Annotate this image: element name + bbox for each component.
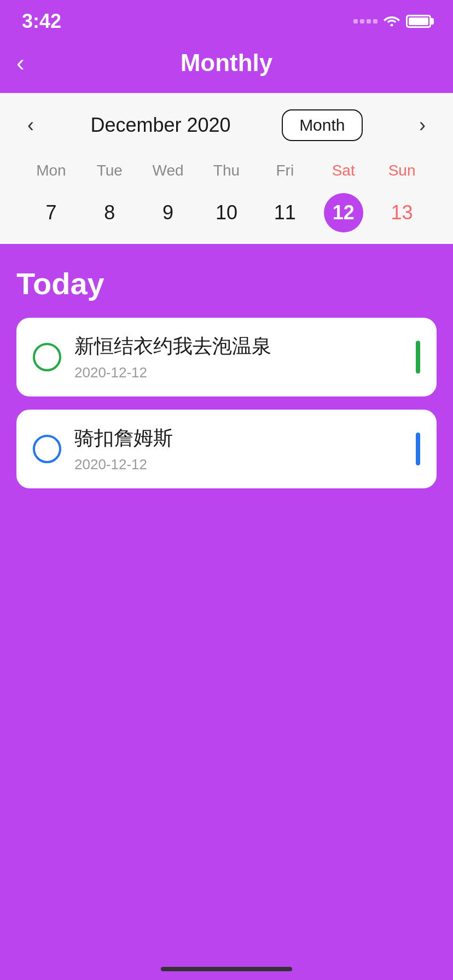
cal-day-13[interactable]: 13 xyxy=(373,192,431,233)
day-header-sun: Sun xyxy=(373,158,431,184)
event-title-2: 骑扣詹姆斯 xyxy=(74,425,403,452)
event-date-1: 2020-12-12 xyxy=(74,364,403,381)
day-header-mon: Mon xyxy=(22,158,80,184)
next-month-button[interactable]: › xyxy=(414,111,431,139)
month-nav: ‹ December 2020 Month › xyxy=(22,109,431,141)
day-header-sat: Sat xyxy=(314,158,373,184)
today-section: Today 新恒结衣约我去泡温泉 2020-12-12 骑扣詹姆斯 2020-1… xyxy=(0,244,453,736)
event-status-icon-1 xyxy=(33,343,61,371)
calendar-container: ‹ December 2020 Month › Mon Tue Wed Thu … xyxy=(0,93,453,244)
cal-day-7[interactable]: 7 xyxy=(22,192,80,233)
cal-day-8[interactable]: 8 xyxy=(80,192,139,233)
day-header-tue: Tue xyxy=(80,158,139,184)
event-info-1: 新恒结衣约我去泡温泉 2020-12-12 xyxy=(74,333,403,381)
status-time: 3:42 xyxy=(22,10,61,33)
prev-month-button[interactable]: ‹ xyxy=(22,111,39,139)
event-bar-1 xyxy=(416,341,420,374)
wifi-icon xyxy=(383,13,400,30)
page-title: Monthly xyxy=(181,49,273,77)
month-view-button[interactable]: Month xyxy=(282,109,362,141)
event-card-1[interactable]: 新恒结衣约我去泡温泉 2020-12-12 xyxy=(16,318,437,396)
day-header-thu: Thu xyxy=(198,158,256,184)
home-indicator xyxy=(161,967,292,971)
battery-icon xyxy=(406,15,431,28)
day-header-wed: Wed xyxy=(139,158,198,184)
event-status-icon-2 xyxy=(33,435,61,463)
calendar-row: 7 8 9 10 11 12 13 xyxy=(22,192,431,233)
day-header-fri: Fri xyxy=(255,158,314,184)
cal-day-11[interactable]: 11 xyxy=(255,192,314,233)
svg-point-0 xyxy=(391,24,393,26)
event-title-1: 新恒结衣约我去泡温泉 xyxy=(74,333,403,360)
cal-day-12-today[interactable]: 12 xyxy=(314,192,373,233)
event-bar-2 xyxy=(416,433,420,465)
status-bar: 3:42 xyxy=(0,0,453,38)
today-heading: Today xyxy=(16,266,437,301)
event-info-2: 骑扣詹姆斯 2020-12-12 xyxy=(74,425,403,473)
status-icons xyxy=(353,13,431,30)
day-headers: Mon Tue Wed Thu Fri Sat Sun xyxy=(22,158,431,184)
page-header: ‹ Monthly xyxy=(0,38,453,93)
event-card-2[interactable]: 骑扣詹姆斯 2020-12-12 xyxy=(16,410,437,488)
month-label: December 2020 xyxy=(90,114,230,137)
cal-day-9[interactable]: 9 xyxy=(139,192,198,233)
signal-icon xyxy=(353,19,378,24)
back-button[interactable]: ‹ xyxy=(16,51,25,75)
cal-day-10[interactable]: 10 xyxy=(198,192,256,233)
event-date-2: 2020-12-12 xyxy=(74,456,403,473)
